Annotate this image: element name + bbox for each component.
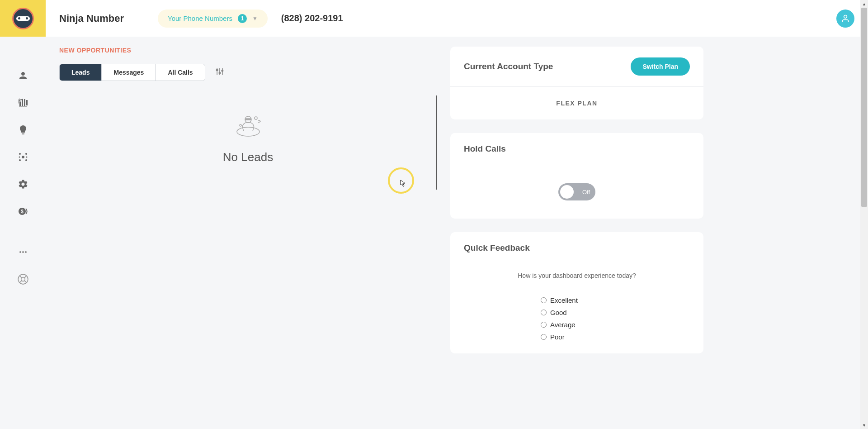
scrollbar-down-arrow[interactable]: ▼	[860, 421, 868, 429]
svg-line-20	[24, 276, 27, 278]
svg-point-26	[219, 72, 220, 74]
hold-calls-toggle[interactable]: Off	[558, 183, 595, 200]
svg-line-21	[19, 281, 22, 283]
radio-poor[interactable]	[541, 334, 547, 340]
svg-line-19	[24, 281, 27, 283]
account-card-body: FLEX PLAN	[450, 87, 703, 119]
tab-all-calls[interactable]: All Calls	[156, 64, 204, 81]
profile-button[interactable]	[836, 10, 854, 28]
network-icon	[18, 152, 28, 162]
feedback-title: Quick Feedback	[464, 243, 530, 253]
tabs-row: Leads Messages All Calls	[59, 64, 437, 81]
main-content: NEW OPPORTUNITIES Leads Messages All Cal…	[46, 37, 868, 363]
phone-number-display: (828) 202-9191	[281, 13, 343, 24]
filter-button[interactable]	[215, 67, 224, 78]
sliders-icon	[215, 67, 224, 76]
phone-dropdown-label: Your Phone Numbers	[168, 14, 232, 22]
label-poor: Poor	[550, 333, 565, 341]
svg-point-4	[22, 156, 24, 158]
lifebuoy-icon	[17, 273, 29, 285]
svg-point-27	[222, 70, 223, 72]
svg-point-15	[25, 251, 27, 253]
feedback-option-poor[interactable]: Poor	[541, 333, 613, 341]
ninja-logo-icon	[12, 8, 34, 29]
svg-point-0	[844, 15, 847, 18]
gear-icon	[18, 179, 28, 190]
app-title: Ninja Number	[59, 13, 124, 24]
left-column: NEW OPPORTUNITIES Leads Messages All Cal…	[59, 47, 437, 353]
hold-calls-title: Hold Calls	[464, 144, 506, 154]
phone-count-badge: 1	[238, 14, 247, 23]
feedback-options: Excellent Good Average Poor	[541, 296, 613, 341]
top-header: Ninja Number Your Phone Numbers 1 ▼ (828…	[46, 0, 868, 37]
sidebar-item-more[interactable]	[16, 245, 30, 259]
svg-text:$: $	[21, 209, 24, 214]
bar-chart-icon	[18, 97, 28, 108]
sidebar-item-billing[interactable]: $	[16, 204, 30, 219]
svg-point-28	[237, 127, 259, 136]
hold-calls-card: Hold Calls Off	[450, 133, 703, 219]
coins-icon: $	[18, 206, 28, 217]
label-average: Average	[550, 321, 576, 329]
svg-point-6	[25, 153, 27, 155]
chevron-down-icon: ▼	[252, 15, 258, 22]
svg-point-32	[255, 117, 257, 119]
switch-plan-button[interactable]: Switch Plan	[631, 57, 690, 76]
feedback-card: Quick Feedback How is your dashboard exp…	[450, 232, 703, 353]
sidebar: $	[0, 37, 46, 429]
lightbulb-icon	[18, 124, 28, 135]
svg-rect-2	[22, 101, 23, 106]
phone-numbers-dropdown[interactable]: Your Phone Numbers 1 ▼	[158, 10, 268, 28]
radio-good[interactable]	[541, 310, 547, 315]
sidebar-item-analytics[interactable]	[16, 95, 30, 110]
svg-rect-3	[24, 99, 25, 106]
sidebar-item-settings[interactable]	[16, 177, 30, 191]
sidebar-item-contacts[interactable]	[16, 68, 30, 83]
person-icon	[18, 70, 28, 81]
feedback-option-average[interactable]: Average	[541, 321, 613, 329]
svg-point-9	[19, 157, 20, 158]
tab-leads[interactable]: Leads	[60, 64, 102, 81]
svg-point-14	[22, 251, 24, 253]
hold-calls-header: Hold Calls	[450, 133, 703, 165]
label-good: Good	[550, 309, 567, 316]
feedback-question: How is your dashboard experience today?	[464, 272, 690, 279]
leads-area: No Leads	[59, 90, 437, 280]
page-scrollbar[interactable]: ▲ ▼	[860, 0, 868, 429]
svg-rect-1	[19, 103, 21, 106]
account-card-header: Current Account Type Switch Plan	[450, 47, 703, 87]
feedback-body: How is your dashboard experience today? …	[450, 264, 703, 353]
svg-point-17	[21, 277, 25, 281]
user-icon	[841, 14, 850, 23]
label-excellent: Excellent	[550, 296, 578, 304]
toggle-knob	[560, 185, 574, 199]
inner-scrollbar[interactable]	[436, 95, 437, 190]
sidebar-item-insights[interactable]	[16, 123, 30, 137]
toggle-label: Off	[582, 189, 590, 195]
scrollbar-thumb[interactable]	[861, 8, 867, 207]
sidebar-item-network[interactable]	[16, 150, 30, 164]
svg-point-8	[25, 159, 27, 161]
feedback-option-excellent[interactable]: Excellent	[541, 296, 613, 304]
svg-point-25	[216, 69, 217, 71]
svg-point-31	[240, 124, 241, 126]
svg-point-5	[19, 153, 21, 155]
radio-excellent[interactable]	[541, 297, 547, 303]
feedback-option-good[interactable]: Good	[541, 309, 613, 316]
scrollbar-up-arrow[interactable]: ▲	[860, 0, 868, 8]
svg-line-18	[19, 276, 22, 278]
right-column: Current Account Type Switch Plan FLEX PL…	[450, 47, 703, 353]
account-card-title: Current Account Type	[464, 62, 553, 72]
logo-box[interactable]	[0, 0, 46, 37]
ellipsis-icon	[18, 247, 28, 257]
radio-average[interactable]	[541, 322, 547, 328]
tab-messages[interactable]: Messages	[102, 64, 156, 81]
tabs-group: Leads Messages All Calls	[59, 64, 205, 81]
svg-point-7	[19, 159, 21, 161]
plan-name: FLEX PLAN	[464, 100, 690, 107]
feedback-header: Quick Feedback	[450, 232, 703, 264]
svg-point-10	[26, 157, 27, 158]
hold-calls-body: Off	[450, 165, 703, 219]
sidebar-item-help[interactable]	[16, 272, 30, 286]
section-title: NEW OPPORTUNITIES	[59, 47, 437, 54]
